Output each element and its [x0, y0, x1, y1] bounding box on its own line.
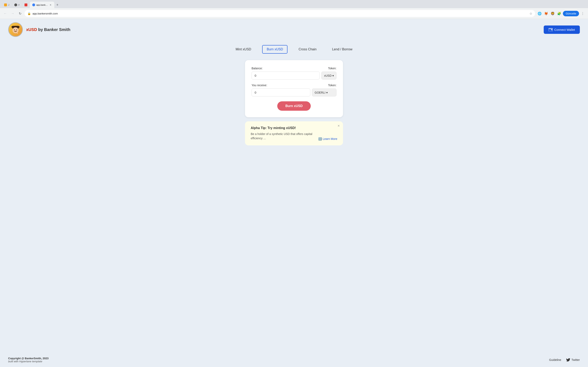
brand-name: xUSD by Banker Smith [26, 27, 70, 32]
footer-right: Guideline Twitter [549, 358, 580, 361]
ext-icon-4[interactable]: 🧩 [556, 11, 562, 16]
brand-avatar [8, 22, 23, 37]
tab-label-1: J [8, 4, 9, 6]
balance-input[interactable] [251, 72, 320, 80]
address-bar[interactable]: 🔒 app.bankersmith.com ☆ [25, 10, 535, 17]
connect-wallet-label: Connect Wallet [554, 28, 575, 31]
goerli-token-value: GOERLI [315, 91, 325, 94]
tab-label-2: # [18, 4, 20, 6]
tab-crosschain[interactable]: Cross Chain [294, 45, 321, 54]
nav-bar: ← → ↻ 🔒 app.bankersmith.com ☆ 🌐 🦊 🦁 🧩 Gü… [0, 8, 588, 19]
receive-label: You receive: [251, 83, 267, 87]
header-left: xUSD by Banker Smith [8, 22, 70, 37]
brand-xusd: xUSD [26, 27, 37, 32]
svg-rect-7 [551, 29, 552, 30]
twitter-link[interactable]: Twitter [566, 358, 580, 361]
svg-point-2 [12, 27, 18, 33]
twitter-label: Twitter [571, 358, 580, 361]
brand-suffix: by Banker Smith [37, 27, 70, 32]
footer-left: Copyright @ BankerSmith, 2023 built with… [8, 357, 49, 363]
tab-mint[interactable]: Mint xUSD [231, 45, 256, 54]
app-container: xUSD by Banker Smith Connect Wallet Mint… [0, 19, 588, 367]
xusd-dropdown-arrow: ▾ [332, 74, 334, 77]
burn-card: Balance: Token: xUSD ▾ You receive: Toke… [245, 60, 343, 117]
reload-button[interactable]: ↻ [17, 11, 23, 16]
tab-3[interactable] [22, 2, 30, 8]
lock-icon: 🔒 [27, 12, 31, 15]
tab-favicon-active [32, 3, 35, 6]
update-button[interactable]: Güncelle [563, 11, 579, 16]
burn-button[interactable]: Burn xUSD [277, 101, 311, 111]
tab-favicon-2 [14, 3, 17, 6]
learn-more-link[interactable]: ℹ️ Learn More [318, 137, 337, 141]
receive-header: You receive: Token: [251, 83, 337, 87]
goerli-token-select[interactable]: GOERLI ▾ [312, 89, 337, 96]
forward-button[interactable]: → [10, 11, 16, 16]
back-button[interactable]: ← [2, 11, 8, 16]
goerli-dropdown-arrow: ▾ [326, 91, 328, 94]
avatar-svg [9, 22, 22, 37]
tab-2[interactable]: # [12, 2, 22, 8]
svg-point-5 [15, 30, 16, 31]
xusd-token-select[interactable]: xUSD ▾ [321, 72, 337, 80]
tab-lendborrow[interactable]: Lend / Borrow [328, 45, 357, 54]
star-icon[interactable]: ☆ [529, 12, 532, 16]
info-icon: ℹ️ [318, 137, 322, 141]
balance-label: Balance: [251, 67, 263, 70]
tip-body: Be a holder of a synthetic USD that offe… [251, 132, 337, 141]
app-footer: Copyright @ BankerSmith, 2023 built with… [0, 353, 588, 367]
tab-1[interactable]: J [2, 2, 12, 8]
balance-header: Balance: Token: [251, 67, 337, 70]
nav-tabs: Mint xUSD Burn xUSD Cross Chain Lend / B… [0, 40, 588, 57]
svg-point-3 [14, 29, 15, 30]
tip-close-icon[interactable]: × [337, 124, 340, 128]
connect-wallet-button[interactable]: Connect Wallet [544, 25, 580, 34]
browser-chrome: J # app.bankersmith.com × + ← → ↻ 🔒 app.… [0, 0, 588, 19]
tab-close-icon[interactable]: × [49, 3, 52, 7]
tip-text: Be a holder of a synthetic USD that offe… [251, 132, 315, 141]
balance-row: Balance: Token: xUSD ▾ [251, 67, 337, 80]
tab-favicon-3 [25, 3, 27, 6]
ext-icon-3[interactable]: 🦁 [550, 11, 555, 16]
ext-icon-1[interactable]: 🌐 [537, 11, 543, 16]
tip-card: × Alpha Tip: Try minting xUSD! Be a hold… [245, 121, 343, 145]
receive-input[interactable] [251, 89, 310, 96]
tab-burn[interactable]: Burn xUSD [262, 45, 287, 54]
tip-title: Alpha Tip: Try minting xUSD! [251, 126, 337, 130]
balance-controls: xUSD ▾ [251, 72, 337, 80]
balance-token-label: Token: [328, 67, 337, 70]
twitter-icon [566, 358, 570, 361]
receive-controls: GOERLI ▾ [251, 89, 337, 96]
tab-favicon-1 [4, 3, 7, 6]
receive-token-label: Token: [328, 83, 337, 87]
tab-active[interactable]: app.bankersmith.com × [30, 2, 54, 8]
tab-label-active: app.bankersmith.com [36, 4, 48, 6]
url-text: app.bankersmith.com [33, 12, 528, 15]
ext-icon-2[interactable]: 🦊 [543, 11, 549, 16]
receive-row: You receive: Token: GOERLI ▾ [251, 83, 337, 96]
wallet-icon [549, 28, 553, 31]
learn-more-label: Learn More [323, 137, 337, 141]
tab-new[interactable]: + [54, 2, 61, 8]
tab-bar: J # app.bankersmith.com × + [0, 0, 588, 8]
footer-copyright: Copyright @ BankerSmith, 2023 [8, 357, 49, 360]
app-header: xUSD by Banker Smith Connect Wallet [0, 19, 588, 40]
xusd-token-value: xUSD [324, 74, 332, 77]
nav-right-buttons: 🌐 🦊 🦁 🧩 Güncelle ⋮ [537, 11, 586, 16]
footer-built-with: built with Hyperlane template [8, 360, 49, 363]
svg-point-4 [16, 29, 17, 30]
guideline-link[interactable]: Guideline [549, 358, 561, 361]
main-content: Balance: Token: xUSD ▾ You receive: Toke… [0, 57, 588, 353]
menu-button[interactable]: ⋮ [580, 11, 586, 16]
